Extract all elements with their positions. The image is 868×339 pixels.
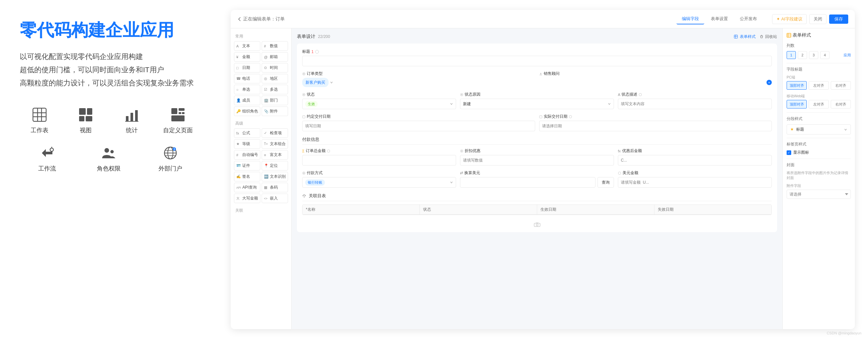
field-label-title: 标题 1 (302, 49, 772, 54)
field-discounted-amount: fx 优惠后金额 (618, 148, 772, 166)
discount-input[interactable] (460, 155, 614, 166)
advanced-fields-grid: fx公式 ✓检查项 ★等级 T+文本组合 #自动编号 ≡富文本 🪪证件 📍定位 … (234, 128, 288, 203)
field-region[interactable]: ◎地区 (262, 74, 288, 83)
feature-view[interactable]: 视图 (66, 106, 105, 134)
field-signature[interactable]: ✍签名 (234, 172, 260, 181)
tab-publish[interactable]: 公开发布 (735, 14, 762, 24)
field-formula[interactable]: fx公式 (234, 128, 260, 138)
field-auto-number[interactable]: #自动编号 (234, 150, 260, 160)
field-id[interactable]: 🪪证件 (234, 161, 260, 170)
svg-rect-15 (179, 112, 181, 114)
status-desc-input[interactable] (618, 98, 772, 109)
fx-icon: fx (618, 149, 621, 153)
pc-align-left[interactable]: 左对齐 (809, 81, 829, 90)
mobile-align-right[interactable]: 右对齐 (831, 100, 851, 109)
svg-rect-42 (303, 116, 305, 118)
field-money[interactable]: ¥金额 (234, 52, 260, 62)
contract-date-input[interactable] (302, 121, 535, 131)
field-label-discount: 折扣优惠 (460, 148, 614, 154)
attachment-select[interactable] (786, 190, 851, 199)
field-number[interactable]: #数值 (262, 41, 288, 51)
usd-amount-input[interactable] (618, 177, 772, 188)
col-option-3[interactable]: 3 (809, 51, 818, 59)
tab-edit-fields[interactable]: 编辑字段 (677, 14, 704, 24)
feature-workflow[interactable]: 工作流 (20, 144, 75, 172)
field-email[interactable]: @邮箱 (262, 52, 288, 62)
close-button[interactable]: 关闭 (809, 14, 827, 24)
field-member[interactable]: 👤成员 (234, 96, 260, 105)
a-icon: A (618, 93, 620, 96)
pc-align-right[interactable]: 右对齐 (831, 81, 851, 90)
field-text[interactable]: A文本 (234, 41, 260, 51)
title-input[interactable] (302, 56, 772, 66)
right-style-panel: 表单样式 列数 1 2 3 4 应用 字段标题 PC端 (782, 28, 855, 329)
mobile-align-top[interactable]: 顶部对齐 (786, 100, 807, 109)
phone-icon: ☎ (236, 77, 241, 81)
field-dept[interactable]: 🏢部门 (262, 96, 288, 105)
apply-button[interactable]: 应用 (844, 53, 851, 58)
field-time[interactable]: ⊙时间 (262, 63, 288, 73)
field-text-combo[interactable]: T+文本组合 (262, 139, 288, 149)
field-org-role[interactable]: 🔑组织角色 (234, 107, 260, 116)
feature-custom-page[interactable]: 自定义页面 (158, 106, 198, 134)
ai-suggest-button[interactable]: ✦ AI字段建议 (772, 14, 807, 24)
field-checklist[interactable]: ✓检查项 (262, 128, 288, 138)
top-tabs: 编辑字段 表单设置 公开发布 (677, 14, 762, 24)
field-ocr[interactable]: 🔤文本识别 (262, 172, 288, 181)
segment-style-selector[interactable]: ★ 标题 (786, 124, 851, 135)
save-button[interactable]: 保存 (829, 15, 848, 24)
feature-portal[interactable]: 外部门户 (143, 144, 198, 172)
user-small-icon (539, 72, 542, 76)
feature-roles[interactable]: 角色权限 (82, 144, 136, 172)
field-radio[interactable]: ○单选 (234, 85, 260, 94)
recycle-link[interactable]: 回收站 (760, 34, 777, 39)
exchange-input[interactable] (460, 177, 595, 188)
show-icon-checkbox[interactable]: ✓ (786, 150, 791, 155)
embed-icon: <> (264, 197, 269, 200)
field-api[interactable]: APIAPI查询 (234, 183, 260, 192)
field-caps[interactable]: 大大写金额 (234, 194, 260, 203)
field-label-sales: 销售顾问 (539, 71, 772, 77)
mobile-align-left[interactable]: 左对齐 (809, 100, 829, 109)
id-icon: 🪪 (236, 164, 241, 168)
back-button[interactable]: 正在编辑表单：订单 (237, 16, 285, 22)
field-label-contract-date: 约定交付日期 (302, 114, 535, 119)
attachment-icon: 📎 (264, 109, 269, 113)
field-rating[interactable]: ★等级 (234, 139, 260, 149)
table-style-link[interactable]: 表单样式 (734, 34, 755, 39)
show-icon-row[interactable]: ✓ 显示图标 (786, 150, 851, 155)
portal-icon (161, 144, 179, 162)
svg-rect-16 (182, 112, 185, 114)
col-option-1[interactable]: 1 (786, 51, 796, 59)
tab-form-settings[interactable]: 表单设置 (706, 14, 733, 24)
svg-point-18 (50, 148, 53, 151)
field-date[interactable]: □日期 (234, 63, 260, 73)
field-barcode[interactable]: ▦条码 (262, 183, 288, 192)
query-button[interactable]: 查询 (597, 177, 614, 188)
svg-point-54 (618, 172, 621, 174)
app-window: 正在编辑表单：订单 编辑字段 表单设置 公开发布 ✦ AI字段建议 关闭 保存 … (231, 10, 855, 329)
col-option-2[interactable]: 2 (798, 51, 807, 59)
top-bar-actions: ✦ AI字段建议 关闭 保存 (772, 14, 848, 24)
field-checkbox[interactable]: ☑多选 (262, 85, 288, 94)
feature-worktable[interactable]: 工作表 (20, 106, 59, 134)
divider2 (786, 112, 851, 113)
cover-label: 封面 (786, 162, 851, 168)
total-amount-input[interactable] (302, 155, 456, 166)
payment-method-tag: 银行转账 (305, 179, 325, 186)
field-richtext[interactable]: ≡富文本 (262, 150, 288, 160)
field-location[interactable]: 📍定位 (262, 161, 288, 170)
pc-align-top[interactable]: 顶部对齐 (786, 81, 807, 90)
add-member-button[interactable]: + (767, 80, 772, 85)
field-embed[interactable]: <>嵌入 (262, 194, 288, 203)
field-exchange-usd: ⇄ 换算美元 查询 (460, 170, 614, 188)
col-option-4[interactable]: 4 (820, 51, 830, 59)
discounted-amount-input[interactable] (618, 155, 772, 166)
field-total-amount: Σ 订单总金额 (302, 148, 456, 166)
actual-date-input[interactable] (539, 121, 772, 131)
svg-point-40 (461, 94, 462, 95)
auto-number-icon: # (236, 153, 241, 157)
field-attachment[interactable]: 📎附件 (262, 107, 288, 116)
feature-stats[interactable]: 统计 (112, 106, 152, 134)
field-phone[interactable]: ☎电话 (234, 74, 260, 83)
